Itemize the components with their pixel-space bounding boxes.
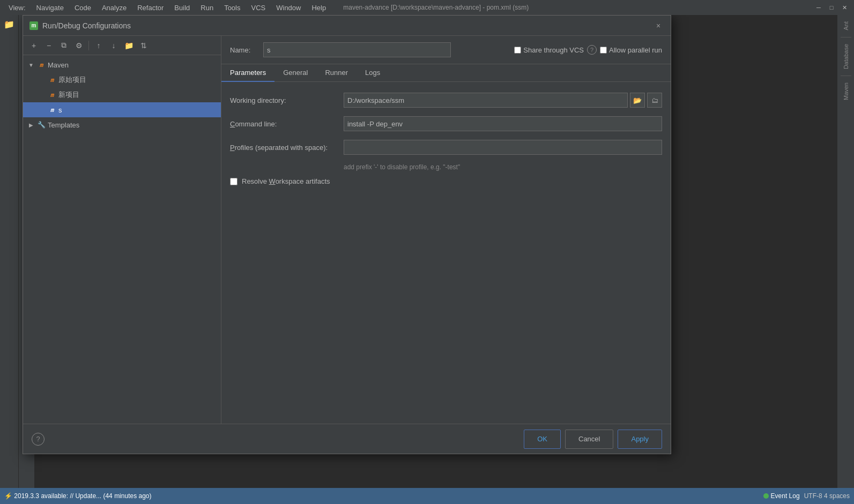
tree-item-original-label: 原始项目 bbox=[58, 75, 86, 85]
tree-item-original[interactable]: ▶ m 原始项目 bbox=[23, 72, 221, 87]
dialog-help-button[interactable]: ? bbox=[32, 433, 44, 446]
dialog-footer: ? OK Cancel Apply bbox=[23, 424, 671, 454]
menu-refactor[interactable]: Refactor bbox=[133, 3, 168, 13]
event-log-area[interactable]: Event Log bbox=[763, 492, 800, 500]
maximize-button[interactable]: □ bbox=[826, 2, 837, 13]
help-icon[interactable]: ? bbox=[587, 45, 597, 55]
event-log-dot bbox=[763, 493, 769, 499]
tree-item-new[interactable]: ▶ m 新项目 bbox=[23, 87, 221, 102]
status-update-text[interactable]: ⚡ 2019.3.3 available: // Update... (44 m… bbox=[4, 492, 152, 500]
toolbar-separator-1 bbox=[88, 41, 89, 50]
minimize-button[interactable]: ─ bbox=[813, 2, 824, 13]
dialog-body: + − ⧉ ⚙ ↑ ↓ 📁 bbox=[23, 36, 671, 424]
menu-tools[interactable]: Tools bbox=[220, 3, 244, 13]
name-label: Name: bbox=[230, 46, 257, 54]
chevron-right-icon: ▶ bbox=[38, 76, 46, 84]
ide-sidebar-left: 📁 bbox=[0, 15, 19, 488]
share-vcs-checkbox[interactable] bbox=[514, 47, 521, 54]
profiles-hint: add prefix '-' to disable profile, e.g. … bbox=[344, 163, 662, 171]
browse-folder-button[interactable]: 📂 bbox=[630, 93, 645, 108]
copy-config-button[interactable]: ⧉ bbox=[57, 39, 70, 52]
menu-run[interactable]: Run bbox=[196, 3, 218, 13]
apply-button[interactable]: Apply bbox=[618, 430, 662, 449]
menu-help[interactable]: Help bbox=[307, 3, 330, 13]
menu-view[interactable]: View: bbox=[4, 3, 30, 13]
name-row: Name: Share through VCS ? Allow parallel… bbox=[221, 36, 671, 64]
window-title: maven-advance [D:\workspace\maven-advanc… bbox=[343, 4, 811, 11]
remove-config-button[interactable]: − bbox=[42, 39, 55, 52]
sort-button[interactable]: ⇅ bbox=[137, 39, 150, 52]
tree-item-new-label: 新项目 bbox=[58, 90, 79, 100]
settings-config-button[interactable]: ⚙ bbox=[72, 39, 85, 52]
close-window-button[interactable]: ✕ bbox=[839, 2, 850, 13]
menu-navigate[interactable]: Navigate bbox=[32, 3, 68, 13]
share-vcs-area: Share through VCS ? Allow parallel run bbox=[514, 45, 662, 55]
sidebar-project-icon[interactable]: 📁 bbox=[4, 19, 14, 29]
add-config-button[interactable]: + bbox=[27, 39, 40, 52]
name-input[interactable] bbox=[263, 42, 451, 57]
tree-item-templates-label: Templates bbox=[48, 121, 79, 129]
working-directory-input[interactable] bbox=[344, 93, 628, 108]
status-encoding: UTF-8 4 spaces bbox=[804, 492, 850, 500]
tree-item-maven-group[interactable]: ▼ m Maven bbox=[23, 57, 221, 72]
tree-item-maven-label: Maven bbox=[48, 61, 69, 69]
ant-panel-label[interactable]: Ant bbox=[842, 19, 850, 33]
menu-window[interactable]: Window bbox=[272, 3, 305, 13]
ide-panel-right: Ant Database Maven bbox=[837, 15, 854, 488]
working-directory-label: Working directory: bbox=[230, 96, 337, 104]
tab-logs[interactable]: Logs bbox=[357, 64, 389, 82]
menu-build[interactable]: Build bbox=[170, 3, 194, 13]
menu-vcs[interactable]: VCS bbox=[247, 3, 270, 13]
allow-parallel-checkbox[interactable] bbox=[600, 47, 607, 54]
tab-parameters[interactable]: Parameters bbox=[221, 64, 274, 82]
original-config-icon: m bbox=[48, 76, 56, 84]
cancel-button[interactable]: Cancel bbox=[565, 430, 613, 449]
tabs-bar: Parameters General Runner Logs bbox=[221, 64, 671, 82]
wrench-icon: 🔧 bbox=[37, 121, 46, 129]
resolve-workspace-row: Resolve Workspace artifacts bbox=[230, 177, 662, 185]
dialog-icon: m bbox=[29, 21, 38, 30]
dialog-title-bar: m Run/Debug Configurations × bbox=[23, 16, 671, 36]
resolve-workspace-label: Resolve Workspace artifacts bbox=[242, 177, 330, 185]
form-content: Working directory: 📂 🗂 Command line: bbox=[221, 82, 671, 424]
ok-button[interactable]: OK bbox=[524, 430, 561, 449]
profiles-input[interactable] bbox=[344, 140, 662, 155]
database-panel-label[interactable]: Database bbox=[842, 42, 850, 71]
chevron-right-icon-templates: ▶ bbox=[27, 121, 35, 129]
allow-parallel-checkbox-group: Allow parallel run bbox=[600, 46, 662, 54]
run-debug-dialog: m Run/Debug Configurations × + − ⧉ ⚙ bbox=[23, 15, 671, 454]
tab-runner[interactable]: Runner bbox=[316, 64, 357, 82]
config-form-panel: Name: Share through VCS ? Allow parallel… bbox=[221, 36, 671, 424]
chevron-right-icon-3: ▶ bbox=[38, 106, 46, 114]
profiles-label: Profiles (separated with space): bbox=[230, 144, 337, 152]
working-directory-input-group: 📂 🗂 bbox=[344, 93, 662, 108]
move-up-button[interactable]: ↑ bbox=[92, 39, 105, 52]
command-line-input[interactable] bbox=[344, 116, 662, 131]
command-line-row: Command line: bbox=[230, 116, 662, 131]
move-down-button[interactable]: ↓ bbox=[107, 39, 120, 52]
command-line-label: Command line: bbox=[230, 120, 337, 128]
profiles-row: Profiles (separated with space): bbox=[230, 140, 662, 155]
dialog-close-button[interactable]: × bbox=[652, 20, 664, 32]
chevron-right-icon-2: ▶ bbox=[38, 91, 46, 99]
tree-item-templates[interactable]: ▶ 🔧 Templates bbox=[23, 117, 221, 132]
s-config-icon: m bbox=[48, 106, 56, 114]
menu-analyze[interactable]: Analyze bbox=[98, 3, 131, 13]
browse-module-button[interactable]: 🗂 bbox=[647, 93, 662, 108]
folder-button[interactable]: 📁 bbox=[122, 39, 135, 52]
event-log-label: Event Log bbox=[771, 492, 800, 500]
tree-toolbar: + − ⧉ ⚙ ↑ ↓ 📁 bbox=[23, 36, 221, 55]
chevron-down-icon: ▼ bbox=[27, 61, 35, 69]
tree-item-s-label: s bbox=[58, 106, 62, 114]
new-config-icon: m bbox=[48, 91, 56, 99]
tree-item-s[interactable]: ▶ m s bbox=[23, 102, 221, 117]
allow-parallel-label: Allow parallel run bbox=[609, 46, 662, 54]
menu-bar: View: Navigate Code Analyze Refactor Bui… bbox=[0, 0, 854, 15]
maven-panel-label[interactable]: Maven bbox=[842, 80, 850, 102]
config-tree-panel: + − ⧉ ⚙ ↑ ↓ 📁 bbox=[23, 36, 221, 424]
tab-general[interactable]: General bbox=[274, 64, 316, 82]
share-vcs-checkbox-group: Share through VCS bbox=[514, 46, 584, 54]
resolve-workspace-checkbox[interactable] bbox=[230, 178, 237, 185]
menu-code[interactable]: Code bbox=[70, 3, 95, 13]
tree-content: ▼ m Maven ▶ m 原始项目 ▶ m 新项目 bbox=[23, 55, 221, 424]
